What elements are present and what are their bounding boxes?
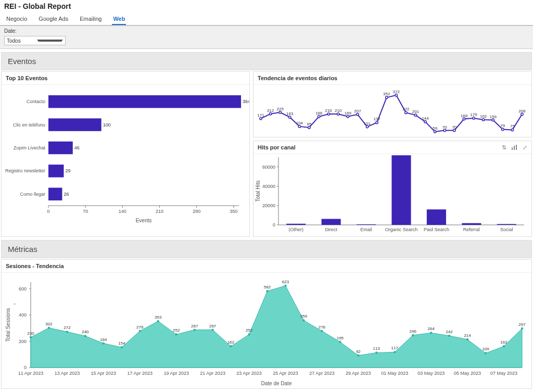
svg-text:Events: Events	[136, 218, 152, 223]
svg-point-127	[66, 331, 68, 333]
svg-point-59	[405, 111, 407, 113]
sort-icon[interactable]: ⇅	[500, 144, 507, 151]
svg-rect-100	[322, 219, 341, 225]
svg-text:Paid Search: Paid Search	[424, 227, 449, 232]
svg-point-125	[48, 327, 50, 329]
svg-point-143	[211, 328, 213, 331]
svg-point-145	[230, 345, 232, 347]
section-metricas-header: Métricas	[1, 240, 532, 258]
svg-point-167	[430, 332, 432, 334]
svg-text:59: 59	[433, 126, 437, 131]
svg-text:278: 278	[136, 325, 144, 330]
svg-rect-85	[512, 147, 513, 150]
svg-text:27 Apr 2023: 27 Apr 2023	[309, 371, 335, 376]
svg-text:222: 222	[402, 107, 410, 111]
svg-text:104: 104	[296, 121, 303, 125]
svg-text:Organic Search: Organic Search	[385, 227, 418, 232]
expand-icon[interactable]: ⤢	[521, 144, 528, 151]
svg-text:0: 0	[47, 209, 49, 214]
svg-text:287: 287	[209, 324, 217, 328]
svg-point-51	[366, 125, 368, 128]
svg-text:Registro newsletter: Registro newsletter	[5, 168, 45, 173]
svg-text:225: 225	[277, 107, 284, 111]
svg-text:240: 240	[82, 330, 89, 334]
svg-text:Zopim Livechat: Zopim Livechat	[14, 145, 46, 150]
date-filter-select[interactable]: Todos	[4, 36, 66, 45]
svg-point-131	[103, 342, 105, 344]
tab-web[interactable]: Web	[112, 14, 126, 25]
svg-text:162: 162	[500, 340, 507, 345]
svg-text:Date de Date: Date de Date	[261, 381, 292, 386]
svg-rect-102	[357, 224, 376, 225]
svg-rect-108	[462, 223, 481, 225]
svg-point-123	[30, 336, 32, 338]
svg-point-49	[357, 113, 359, 116]
chart-tendencia-diaria: 1712122251831049518821021018920710113735…	[253, 85, 529, 137]
svg-text:19 Apr 2023: 19 Apr 2023	[163, 371, 189, 376]
svg-rect-12	[48, 188, 62, 200]
chart-sesiones-tendencia: 0200400600230302272240184154278353252287…	[2, 273, 530, 388]
svg-text:188: 188	[315, 111, 323, 116]
bar-chart-icon[interactable]	[511, 144, 518, 151]
svg-text:214: 214	[464, 333, 471, 338]
svg-point-151	[284, 285, 286, 287]
tab-negocio[interactable]: Negocio	[5, 14, 28, 25]
tab-bar: Negocio Google Ads Emailing Web	[0, 11, 533, 26]
svg-text:252: 252	[246, 328, 253, 333]
svg-text:159: 159	[490, 115, 497, 119]
svg-point-69	[453, 129, 455, 131]
svg-text:113: 113	[373, 346, 380, 351]
svg-text:189: 189	[345, 111, 352, 116]
svg-text:Contacto: Contacto	[27, 99, 45, 104]
page-title: REI - Global Report	[4, 2, 529, 10]
svg-text:40000: 40000	[262, 184, 275, 189]
svg-point-61	[414, 114, 416, 116]
svg-text:60000: 60000	[262, 165, 275, 170]
svg-rect-0	[48, 95, 241, 108]
filter-bar: Date: Todos	[0, 26, 533, 49]
svg-text:25 Apr 2023: 25 Apr 2023	[273, 371, 298, 376]
svg-text:Direct: Direct	[325, 227, 337, 232]
svg-point-29	[260, 118, 262, 120]
svg-rect-98	[286, 224, 306, 225]
svg-point-53	[376, 121, 378, 123]
svg-text:17 Apr 2023: 17 Apr 2023	[128, 371, 153, 376]
svg-text:0: 0	[24, 365, 27, 370]
svg-text:353: 353	[155, 315, 162, 320]
svg-text:03 May 2023: 03 May 2023	[417, 371, 445, 376]
svg-text:23 Apr 2023: 23 Apr 2023	[236, 371, 262, 376]
svg-text:210: 210	[156, 209, 163, 214]
svg-text:(Other): (Other)	[288, 227, 303, 232]
svg-text:20000: 20000	[262, 203, 275, 208]
tab-google-ads[interactable]: Google Ads	[37, 14, 69, 25]
chart-hits-canal: 0200004000060000(Other)DirectEmailOrgani…	[253, 154, 529, 236]
svg-text:05 May 2023: 05 May 2023	[454, 371, 481, 376]
card-sesiones-tendencia: Sesiones - Tendencia 0200400600230302272…	[1, 259, 532, 389]
svg-rect-104	[391, 155, 411, 225]
svg-point-157	[339, 341, 341, 343]
svg-text:100: 100	[103, 122, 111, 128]
card-tendencia-diaria: Tendencia de eventos diarios 17121222518…	[253, 71, 532, 137]
svg-text:372: 372	[393, 90, 400, 94]
svg-point-39	[308, 127, 310, 129]
svg-text:168: 168	[461, 113, 468, 118]
svg-text:162: 162	[480, 114, 487, 119]
svg-text:280: 280	[193, 209, 200, 214]
svg-text:201: 201	[412, 109, 420, 114]
svg-point-33	[279, 111, 281, 113]
svg-point-73	[473, 117, 475, 119]
svg-text:29: 29	[65, 168, 70, 173]
tab-emailing[interactable]: Emailing	[79, 14, 103, 25]
svg-text:175: 175	[470, 112, 477, 117]
svg-text:212: 212	[267, 108, 274, 113]
svg-point-153	[302, 319, 304, 321]
svg-text:101: 101	[364, 121, 371, 126]
svg-text:95: 95	[307, 122, 312, 127]
svg-text:144: 144	[422, 116, 429, 121]
svg-point-133	[121, 346, 123, 348]
svg-text:184: 184	[100, 337, 107, 342]
svg-point-43	[327, 113, 329, 115]
svg-point-77	[492, 119, 494, 121]
svg-point-129	[84, 335, 86, 337]
svg-text:Email: Email	[360, 227, 372, 232]
